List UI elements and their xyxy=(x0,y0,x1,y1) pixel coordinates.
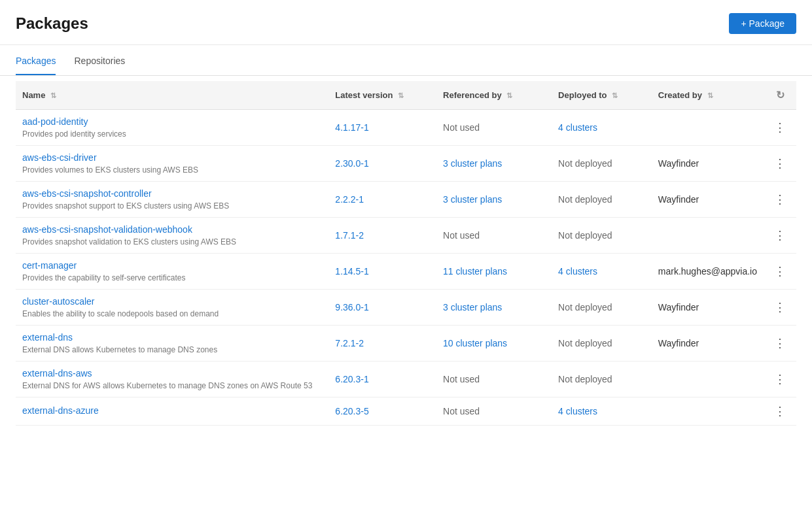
row-actions-button[interactable]: ⋮ xyxy=(770,372,790,386)
referenced-by-link[interactable]: 10 cluster plans xyxy=(443,338,507,348)
table-row: external-dns-awsExternal DNS for AWS all… xyxy=(16,362,796,397)
created-by-text: Wayfinder xyxy=(658,338,699,348)
page-header: Packages + Package xyxy=(0,0,812,45)
referenced-by-link[interactable]: 3 cluster plans xyxy=(443,158,502,169)
deployed-to-text: Not deployed xyxy=(558,230,612,241)
table-row: cluster-autoscalerEnables the ability to… xyxy=(16,290,796,326)
table-container: Name ⇅ Latest version ⇅ Referenced by ⇅ … xyxy=(0,81,812,426)
created-by-text: Wayfinder xyxy=(658,302,699,312)
deployed-to-text: Not deployed xyxy=(558,338,612,348)
table-row: external-dns-azure6.20.3-5Not used4 clus… xyxy=(16,397,796,426)
deployed-to-text: Not deployed xyxy=(558,194,612,205)
referenced-by-text: Not used xyxy=(443,122,480,133)
row-actions-button[interactable]: ⋮ xyxy=(770,264,790,278)
table-header-row: Name ⇅ Latest version ⇅ Referenced by ⇅ … xyxy=(16,81,796,110)
version-link[interactable]: 1.7.1-2 xyxy=(335,230,364,241)
package-description: External DNS allows Kubernetes to manage… xyxy=(22,345,217,354)
row-actions-button[interactable]: ⋮ xyxy=(770,300,790,314)
referenced-by-text: Not used xyxy=(443,406,480,416)
package-name-link[interactable]: aws-ebs-csi-snapshot-controller xyxy=(22,188,322,199)
refresh-icon[interactable]: ↻ xyxy=(776,90,785,101)
created-by-text: mark.hughes@appvia.io xyxy=(658,266,757,277)
add-package-button[interactable]: + Package xyxy=(729,13,796,34)
sort-icon-version: ⇅ xyxy=(398,92,404,100)
package-name-link[interactable]: cert-manager xyxy=(22,260,322,271)
package-description: External DNS for AWS allows Kubernetes t… xyxy=(22,381,312,390)
deployed-to-link[interactable]: 4 clusters xyxy=(558,406,597,416)
col-latest-version[interactable]: Latest version ⇅ xyxy=(328,81,436,110)
col-deployed-to[interactable]: Deployed to ⇅ xyxy=(552,81,652,110)
package-description: Provides snapshot support to EKS cluster… xyxy=(22,201,229,211)
package-description: Provides volumes to EKS clusters using A… xyxy=(22,165,198,175)
deployed-to-link[interactable]: 4 clusters xyxy=(558,122,597,133)
package-description: Provides snapshot validation to EKS clus… xyxy=(22,237,236,246)
sort-icon-created: ⇅ xyxy=(707,92,713,100)
version-link[interactable]: 6.20.3-1 xyxy=(335,374,368,384)
version-link[interactable]: 2.30.0-1 xyxy=(335,158,368,169)
package-description: Enables the ability to scale nodepools b… xyxy=(22,309,219,318)
created-by-text: Wayfinder xyxy=(658,194,699,205)
version-link[interactable]: 4.1.17-1 xyxy=(335,122,368,133)
sort-icon-ref: ⇅ xyxy=(506,92,512,100)
version-link[interactable]: 7.2.1-2 xyxy=(335,338,364,348)
package-name-link[interactable]: aws-ebs-csi-snapshot-validation-webhook xyxy=(22,224,322,235)
row-actions-button[interactable]: ⋮ xyxy=(770,120,790,135)
package-name-link[interactable]: external-dns-aws xyxy=(22,368,322,379)
version-link[interactable]: 2.2.2-1 xyxy=(335,194,364,205)
version-link[interactable]: 9.36.0-1 xyxy=(335,302,368,312)
row-actions-button[interactable]: ⋮ xyxy=(770,156,790,171)
package-description: Provides pod identity services xyxy=(22,129,126,139)
row-actions-button[interactable]: ⋮ xyxy=(770,404,790,418)
table-row: aws-ebs-csi-snapshot-controllerProvides … xyxy=(16,182,796,218)
referenced-by-text: Not used xyxy=(443,374,480,384)
table-row: cert-managerProvides the capability to s… xyxy=(16,254,796,290)
sort-icon-deployed: ⇅ xyxy=(612,92,618,100)
tabs-bar: Packages Repositories xyxy=(0,48,812,76)
table-row: aad-pod-identityProvides pod identity se… xyxy=(16,110,796,146)
deployed-to-text: Not deployed xyxy=(558,302,612,312)
created-by-text: Wayfinder xyxy=(658,158,699,169)
version-link[interactable]: 6.20.3-5 xyxy=(335,406,368,416)
deployed-to-text: Not deployed xyxy=(558,158,612,169)
deployed-to-text: Not deployed xyxy=(558,374,612,384)
package-name-link[interactable]: external-dns xyxy=(22,332,322,343)
package-description: Provides the capability to self-serve ce… xyxy=(22,273,185,282)
package-name-link[interactable]: aad-pod-identity xyxy=(22,116,322,127)
table-row: external-dnsExternal DNS allows Kubernet… xyxy=(16,326,796,362)
page-title: Packages xyxy=(16,14,88,33)
deployed-to-link[interactable]: 4 clusters xyxy=(558,266,597,277)
row-actions-button[interactable]: ⋮ xyxy=(770,336,790,350)
package-name-link[interactable]: external-dns-azure xyxy=(22,405,322,416)
col-name[interactable]: Name ⇅ xyxy=(16,81,328,110)
tab-repositories[interactable]: Repositories xyxy=(74,48,125,75)
referenced-by-link[interactable]: 3 cluster plans xyxy=(443,302,502,312)
col-created-by[interactable]: Created by ⇅ xyxy=(652,81,764,110)
col-referenced-by[interactable]: Referenced by ⇅ xyxy=(436,81,552,110)
tab-packages[interactable]: Packages xyxy=(16,48,56,75)
package-name-link[interactable]: cluster-autoscaler xyxy=(22,296,322,307)
referenced-by-link[interactable]: 11 cluster plans xyxy=(443,266,507,277)
version-link[interactable]: 1.14.5-1 xyxy=(335,266,368,277)
package-name-link[interactable]: aws-ebs-csi-driver xyxy=(22,152,322,163)
referenced-by-text: Not used xyxy=(443,230,480,241)
table-row: aws-ebs-csi-driverProvides volumes to EK… xyxy=(16,146,796,182)
sort-icon-name: ⇅ xyxy=(50,92,56,100)
referenced-by-link[interactable]: 3 cluster plans xyxy=(443,194,502,205)
col-refresh[interactable]: ↻ xyxy=(764,81,796,110)
packages-table: Name ⇅ Latest version ⇅ Referenced by ⇅ … xyxy=(16,81,796,426)
table-row: aws-ebs-csi-snapshot-validation-webhookP… xyxy=(16,218,796,254)
row-actions-button[interactable]: ⋮ xyxy=(770,228,790,243)
row-actions-button[interactable]: ⋮ xyxy=(770,192,790,207)
